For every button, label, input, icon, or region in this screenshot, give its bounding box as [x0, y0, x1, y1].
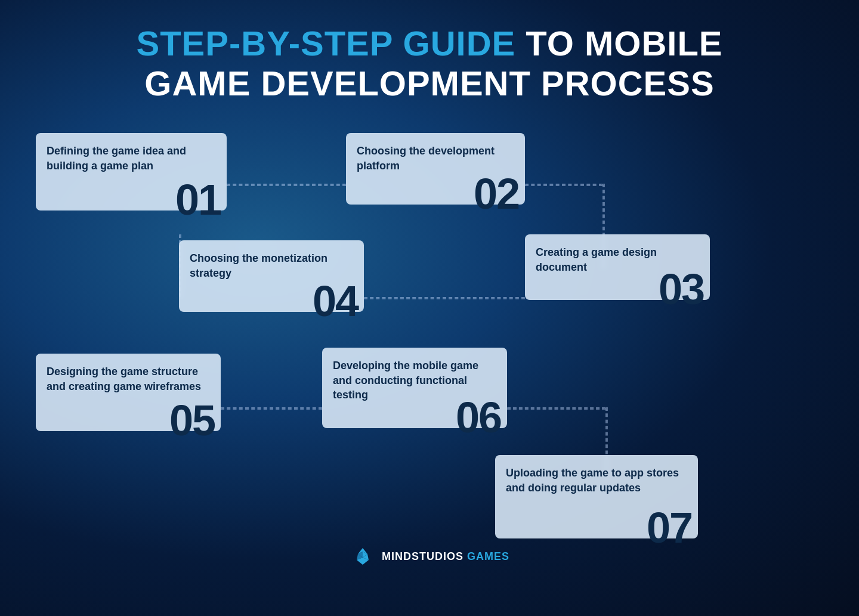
title-section: STEP-BY-STEP GUIDE TO MOBILE GAME DEVELO… — [0, 0, 859, 115]
step-card-05: Designing the game structure and creatin… — [36, 354, 221, 431]
logo-area: MINDSTUDIOS GAMES — [350, 543, 509, 569]
connector-line-6 — [221, 407, 322, 410]
step-card-01: Defining the game idea and building a ga… — [36, 133, 227, 211]
connector-line-2 — [525, 184, 602, 186]
step-07-number: 07 — [647, 506, 692, 549]
step-02-number: 02 — [474, 172, 519, 215]
step-05-number: 05 — [169, 399, 215, 442]
step-04-number: 04 — [313, 280, 358, 323]
connector-line-1 — [227, 184, 346, 186]
step-01-text: Defining the game idea and building a ga… — [47, 144, 215, 173]
logo-text: MINDSTUDIOS GAMES — [382, 550, 509, 563]
logo-games: GAMES — [467, 550, 509, 562]
logo-mind: MIND — [382, 550, 412, 562]
step-card-03: Creating a game design document 03 — [525, 234, 710, 300]
title-part1: STEP-BY-STEP GUIDE — [136, 24, 515, 63]
connector-line-7 — [507, 407, 605, 410]
logo-studios: STUDIOS — [412, 550, 464, 562]
step-04-text: Choosing the monetization strategy — [190, 251, 352, 280]
step-05-text: Designing the game structure and creatin… — [47, 364, 209, 394]
step-06-number: 06 — [456, 396, 501, 439]
content-area: Defining the game idea and building a ga… — [0, 115, 859, 580]
step-card-06: Developing the mobile game and conductin… — [322, 348, 507, 428]
step-02-text: Choosing the development platform — [357, 144, 513, 173]
step-card-07: Uploading the game to app stores and doi… — [495, 455, 698, 538]
connector-line-4 — [364, 297, 525, 299]
title-part3: GAME DEVELOPMENT PROCESS — [144, 64, 714, 103]
step-03-number: 03 — [659, 268, 704, 311]
step-card-02: Choosing the development platform 02 — [346, 133, 525, 205]
mindstudios-logo-icon — [350, 543, 376, 569]
step-card-04: Choosing the monetization strategy 04 — [179, 240, 364, 312]
step-07-text: Uploading the game to app stores and doi… — [506, 466, 686, 495]
title-part2: TO MOBILE — [526, 24, 722, 63]
step-01-number: 01 — [175, 178, 221, 221]
